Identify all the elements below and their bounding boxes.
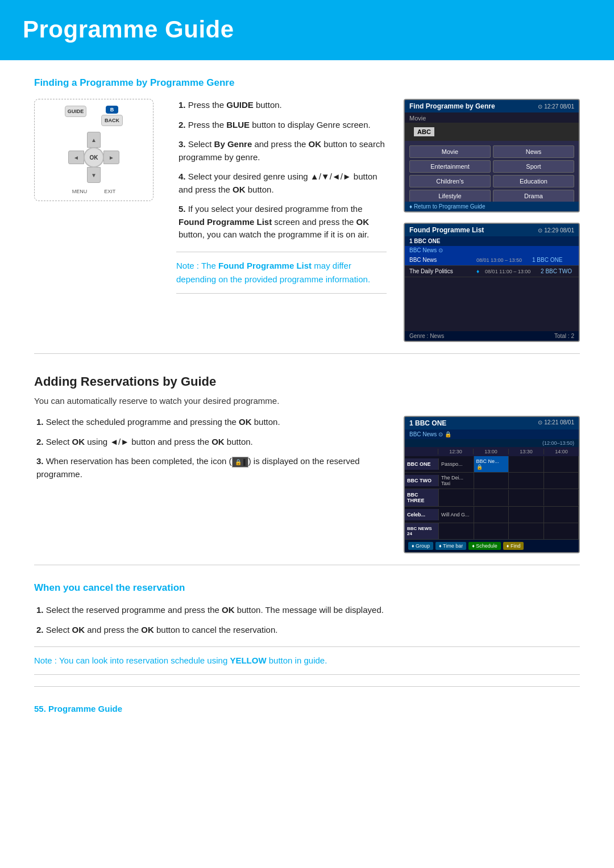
step-2: 2. Press the BLUE button to display Genr… (176, 119, 387, 132)
guide-ch-celeb: Celeb... (405, 509, 439, 520)
finding-steps: 1. Press the GUIDE button. 2. Press the … (176, 99, 387, 342)
guide-screen: 1 BBC ONE ⊙ 12:21 08/01 BBC News ⊙ 🔒 (12… (404, 416, 580, 553)
guide-group-btn[interactable]: ♦ Group (408, 542, 433, 550)
guide-sub-header: BBC News ⊙ 🔒 (405, 429, 579, 439)
guide-bbc1-empty1 (509, 456, 544, 472)
res-steps-list: 1. Select the scheduled programme and pr… (34, 416, 387, 481)
finding-layout: GUIDE B BACK (34, 99, 580, 342)
guide-time-1300: 13:00 (473, 449, 508, 454)
section-divider-3 (34, 686, 580, 687)
guide-bbc3-e3 (509, 490, 544, 506)
screen-images: Find Programme by Genre ⊙ 12:27 08/01 Mo… (404, 99, 580, 342)
found-sub2: BBC News ⊙ (405, 246, 579, 254)
guide-row-bbc2: BBC TWO The Dei... Taxi (405, 473, 579, 489)
reservations-title: Adding Reservations by Guide (34, 374, 580, 389)
guide-time-1230: 12:30 (438, 449, 473, 454)
page-title: Programme Guide (23, 16, 591, 43)
guide-bbc2-empty1 (474, 473, 509, 489)
found-screen-header: Found Programme List ⊙ 12:29 08/01 (405, 224, 579, 236)
guide-bbc24-cells (439, 523, 579, 539)
guide-time-row: 12:30 13:00 13:30 14:00 (405, 447, 579, 456)
dpad: ▲ ▼ ◄ ► OK (68, 132, 119, 183)
guide-footer: ♦ Group ♦ Time bar ♦ Schedule ♦ Find (405, 540, 579, 552)
back-button[interactable]: BACK (101, 115, 123, 126)
guide-bbc1-cells: Passpo... BBC Ne... 🔒 (439, 456, 579, 472)
step-4: 4. Select your desired genre using ▲/▼/◄… (176, 170, 387, 196)
accent-bar (0, 56, 614, 60)
guide-bbc1-passpo[interactable]: Passpo... (439, 456, 474, 472)
reservations-right-col: 1 BBC ONE ⊙ 12:21 08/01 BBC News ⊙ 🔒 (12… (404, 416, 580, 553)
guide-celeb-e4 (544, 507, 579, 523)
page-footer: 55. Programme Guide (34, 704, 580, 713)
section-divider-1 (34, 353, 580, 354)
guide-bbc2-empty3 (544, 473, 579, 489)
guide-celeb-cells: Will And G... (439, 507, 579, 523)
genre-lifestyle[interactable]: Lifestyle (409, 190, 491, 202)
guide-bbc3-e4 (544, 490, 579, 506)
genre-movie[interactable]: Movie (409, 145, 491, 158)
guide-celeb-e3 (509, 507, 544, 523)
reservations-layout: 1. Select the scheduled programme and pr… (34, 416, 580, 553)
finding-section: Finding a Programme by Programme Genre G… (34, 77, 580, 342)
guide-bbc24-e4 (544, 523, 579, 539)
b-button[interactable]: B (106, 106, 118, 114)
prog-item-1[interactable]: BBC News 08/01 13:00 – 13:50 1 BBC ONE (405, 254, 579, 266)
cancel-step-1: 1. Select the reserved programme and pre… (34, 604, 580, 617)
guide-find-btn[interactable]: ♦ Find (503, 542, 524, 550)
genre-childrens[interactable]: Children's (409, 175, 491, 187)
guide-row-bbc24: BBC NEWS 24 (405, 523, 579, 540)
reservations-intro: You can automatically reserve to watch y… (34, 396, 580, 406)
guide-bbc3-e1 (439, 490, 474, 506)
guide-bbc3-cells (439, 490, 579, 506)
guide-button[interactable]: GUIDE (65, 106, 86, 117)
res-step-1: 1. Select the scheduled programme and pr… (34, 416, 387, 429)
page-content: Finding a Programme by Programme Genre G… (0, 77, 614, 736)
guide-time-1330: 13:30 (508, 449, 544, 454)
guide-bbc2-cells: The Dei... Taxi (439, 473, 579, 489)
remote-diagram: GUIDE B BACK (34, 99, 154, 201)
ok-button[interactable]: OK (84, 147, 104, 168)
guide-bbc24-e2 (474, 523, 509, 539)
genre-education[interactable]: Education (493, 175, 574, 187)
guide-bbc3-e2 (474, 490, 509, 506)
dpad-right[interactable]: ► (103, 151, 119, 164)
guide-timebar-btn[interactable]: ♦ Time bar (435, 542, 466, 550)
guide-schedule-btn[interactable]: ♦ Schedule (468, 542, 501, 550)
guide-bbc2-empty2 (509, 473, 544, 489)
guide-celeb-will[interactable]: Will And G... (439, 507, 474, 523)
genre-entertainment[interactable]: Entertainment (409, 160, 491, 173)
cancel-section: When you cancel the reservation 1. Selec… (34, 582, 580, 675)
guide-ch-bbc3: BBC THREE (405, 489, 439, 506)
guide-ch-bbc2: BBC TWO (405, 475, 439, 486)
guide-bbc24-e3 (509, 523, 544, 539)
guide-bbc1-empty2 (544, 456, 579, 472)
dpad-left[interactable]: ◄ (68, 151, 84, 164)
prog-item-2[interactable]: The Daily Politics ♦ 08/01 11:00 – 13:00… (405, 266, 579, 277)
genre-drama[interactable]: Drama (493, 190, 574, 202)
dpad-up[interactable]: ▲ (87, 132, 101, 148)
genre-screen: Find Programme by Genre ⊙ 12:27 08/01 Mo… (404, 99, 580, 212)
guide-bbc2-daily[interactable]: The Dei... Taxi (439, 473, 474, 489)
guide-bbc1-bbcne[interactable]: BBC Ne... 🔒 (474, 456, 509, 472)
cancel-title: When you cancel the reservation (34, 582, 580, 594)
remote-inner: GUIDE B BACK (65, 106, 123, 194)
step-5: 5. If you select your desired programme … (176, 203, 387, 241)
exit-label: EXIT (104, 189, 115, 194)
reservation-icon: 🔒▐ (232, 457, 248, 468)
guide-time-range: (12:00–13:50) (405, 439, 579, 447)
genre-sport[interactable]: Sport (493, 160, 574, 173)
guide-ch-bbc1: BBC ONE (405, 458, 439, 470)
guide-celeb-e2 (474, 507, 509, 523)
reservations-section: Adding Reservations by Guide You can aut… (34, 374, 580, 553)
found-sub-header: 1 BBC ONE (405, 236, 579, 246)
guide-row-celeb: Celeb... Will And G... (405, 507, 579, 523)
genre-news[interactable]: News (493, 145, 574, 158)
dpad-down[interactable]: ▼ (87, 167, 101, 183)
res-step-2: 2. Select OK using ◄/► button and press … (34, 436, 387, 449)
guide-row-bbc1: BBC ONE Passpo... BBC Ne... 🔒 (405, 456, 579, 473)
guide-row-bbc3: BBC THREE (405, 489, 579, 507)
guide-ch-bbc24: BBC NEWS 24 (405, 523, 439, 539)
genre-screen-footer: ♦ Return to Programme Guide (405, 202, 579, 211)
note-box-1: Note : The Found Programme List may diff… (176, 252, 387, 294)
remote-bottom: MENU EXIT (72, 189, 116, 194)
